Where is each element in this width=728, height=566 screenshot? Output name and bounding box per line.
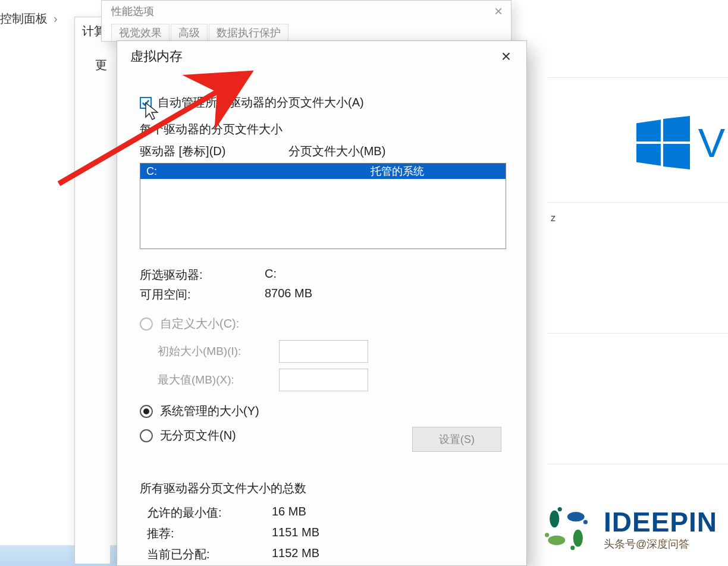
radio-custom-label: 自定义大小(C): xyxy=(160,316,239,332)
virtual-memory-dialog: 虚拟内存 × 自动管理所有驱动器的分页文件大小(A) 每个驱动器的分页文件大小 … xyxy=(117,40,527,566)
svg-point-8 xyxy=(573,530,583,547)
svg-point-10 xyxy=(548,536,565,545)
tab-visual[interactable]: 视觉效果 xyxy=(111,24,170,41)
svg-marker-1 xyxy=(663,116,690,142)
stub-char: 更 xyxy=(95,57,107,73)
svg-marker-4 xyxy=(146,103,158,120)
breadcrumb-text[interactable]: 控制面板 xyxy=(0,11,48,27)
svg-marker-3 xyxy=(663,144,690,169)
radio-icon[interactable] xyxy=(140,317,153,331)
divider xyxy=(547,202,728,203)
windows-logo: V xyxy=(636,116,725,169)
performance-options-dialog: 性能选项 × 视觉效果 高级 数据执行保护 xyxy=(101,0,512,42)
svg-point-12 xyxy=(550,510,559,527)
tab-advanced[interactable]: 高级 xyxy=(171,24,208,41)
free-space-label: 可用空间: xyxy=(140,287,265,303)
totals-heading: 所有驱动器分页文件大小的总数 xyxy=(140,480,506,496)
watermark-brand: IDEEPIN xyxy=(604,506,717,538)
watermark: IDEEPIN 头条号@深度问答 xyxy=(539,502,717,555)
vm-titlebar: 虚拟内存 × xyxy=(117,41,526,72)
min-label: 允许的最小值: xyxy=(147,505,272,521)
max-size-label: 最大值(MB)(X): xyxy=(158,372,271,388)
pinwheel-icon xyxy=(539,502,593,555)
dialog-title: 虚拟内存 xyxy=(130,48,183,65)
free-space-value: 8706 MB xyxy=(265,287,312,303)
svg-marker-0 xyxy=(636,120,661,142)
close-icon[interactable]: × xyxy=(494,45,518,68)
breadcrumb: 控制面板 › xyxy=(0,11,58,27)
auto-manage-row[interactable]: 自动管理所有驱动器的分页文件大小(A) xyxy=(140,95,506,111)
drive-list-headers: 驱动器 [卷标](D) 分页文件大小(MB) xyxy=(140,143,506,159)
divider xyxy=(547,333,728,334)
windows-brand-letter: V xyxy=(698,120,725,166)
perf-tabs: 视觉效果 高级 数据执行保护 xyxy=(111,24,288,41)
col-drive: 驱动器 [卷标](D) xyxy=(140,143,288,159)
radio-system-label: 系统管理的大小(Y) xyxy=(160,403,259,419)
selected-drive-value: C: xyxy=(265,267,277,283)
radio-system-managed[interactable]: 系统管理的大小(Y) xyxy=(140,403,506,419)
svg-point-11 xyxy=(545,533,549,537)
svg-point-7 xyxy=(583,520,588,524)
drive-status: 托管的系统 xyxy=(337,163,500,179)
col-size: 分页文件大小(MB) xyxy=(288,143,385,159)
hz-fragment: z xyxy=(551,213,556,224)
perf-title: 性能选项 xyxy=(111,4,154,18)
auto-manage-label: 自动管理所有驱动器的分页文件大小(A) xyxy=(158,95,364,111)
svg-point-13 xyxy=(558,507,562,511)
radio-none-label: 无分页文件(N) xyxy=(160,427,236,444)
windows-icon xyxy=(636,116,690,169)
initial-size-label: 初始大小(MB)(I): xyxy=(158,344,271,359)
cur-value: 1152 MB xyxy=(272,546,319,562)
tab-dep[interactable]: 数据执行保护 xyxy=(209,24,288,41)
initial-size-input[interactable] xyxy=(279,340,368,363)
svg-point-9 xyxy=(570,546,575,550)
drive-list[interactable]: C: 托管的系统 xyxy=(140,163,506,249)
system-properties-dialog: 计算 xyxy=(74,17,110,564)
chevron-right-icon: › xyxy=(54,12,58,26)
drive-letter: C: xyxy=(146,163,337,179)
rec-value: 1151 MB xyxy=(272,526,319,542)
selected-drive-label: 所选驱动器: xyxy=(140,267,265,283)
divider xyxy=(547,464,728,464)
svg-marker-2 xyxy=(636,144,661,166)
radio-icon[interactable] xyxy=(140,405,153,418)
radio-icon[interactable] xyxy=(140,429,153,442)
watermark-sub: 头条号@深度问答 xyxy=(604,537,717,551)
set-button-label: 设置(S) xyxy=(439,432,475,446)
min-value: 16 MB xyxy=(272,505,306,521)
set-button[interactable]: 设置(S) xyxy=(412,427,501,452)
svg-point-6 xyxy=(567,512,585,521)
cursor-icon xyxy=(145,102,161,122)
rec-label: 推荐: xyxy=(147,526,272,542)
per-drive-heading: 每个驱动器的分页文件大小 xyxy=(140,121,506,137)
close-icon[interactable]: × xyxy=(494,3,503,20)
cur-label: 当前已分配: xyxy=(147,546,272,562)
radio-custom-size[interactable]: 自定义大小(C): xyxy=(140,316,506,332)
max-size-input[interactable] xyxy=(279,369,368,391)
drive-row-selected[interactable]: C: 托管的系统 xyxy=(140,163,506,179)
divider xyxy=(547,77,728,78)
